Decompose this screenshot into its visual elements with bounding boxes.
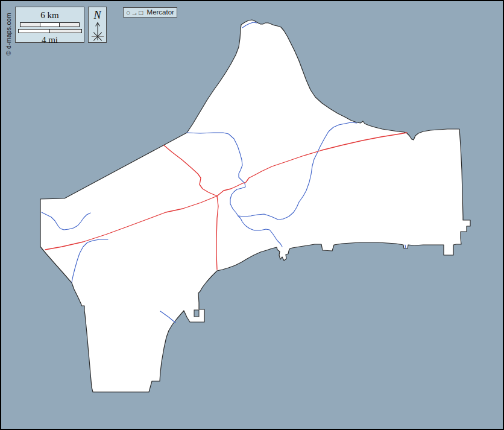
map-canvas <box>1 1 504 430</box>
scale-mi-segment <box>19 30 50 33</box>
scale-km-segment <box>20 23 40 27</box>
scale-km-label: 6 km <box>16 11 84 20</box>
scale-mi-segment <box>49 30 81 33</box>
scale-km-segment <box>59 23 79 27</box>
harbor-inlet <box>194 310 199 317</box>
scale-km-bar <box>20 22 80 27</box>
scale-bar: 6 km 4 mi <box>15 7 84 43</box>
map-viewport: 6 km 4 mi N ○→□ Mercator © d-maps.com <box>0 0 504 430</box>
compass-arrow-icon <box>90 21 106 42</box>
north-label: N <box>89 10 106 21</box>
copyright-watermark: © d-maps.com <box>5 13 12 55</box>
projection-symbols-icon: ○→□ <box>126 9 144 16</box>
land-outline <box>40 20 470 392</box>
projection-badge: ○→□ Mercator <box>123 7 177 17</box>
projection-name: Mercator <box>147 9 174 16</box>
scale-mi-label: 4 mi <box>16 36 84 45</box>
north-indicator: N <box>88 7 107 43</box>
scale-mi-bar <box>18 29 82 33</box>
scale-km-segment <box>40 23 60 27</box>
